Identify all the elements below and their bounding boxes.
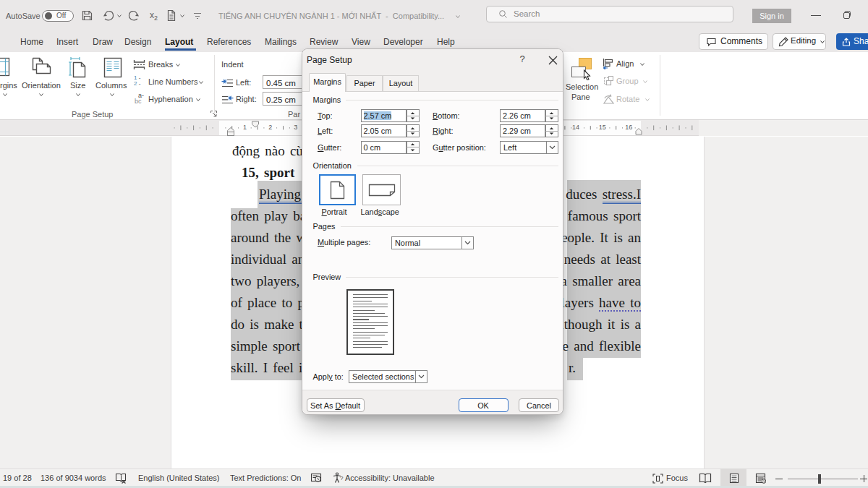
svg-text:?: ? xyxy=(340,475,344,481)
